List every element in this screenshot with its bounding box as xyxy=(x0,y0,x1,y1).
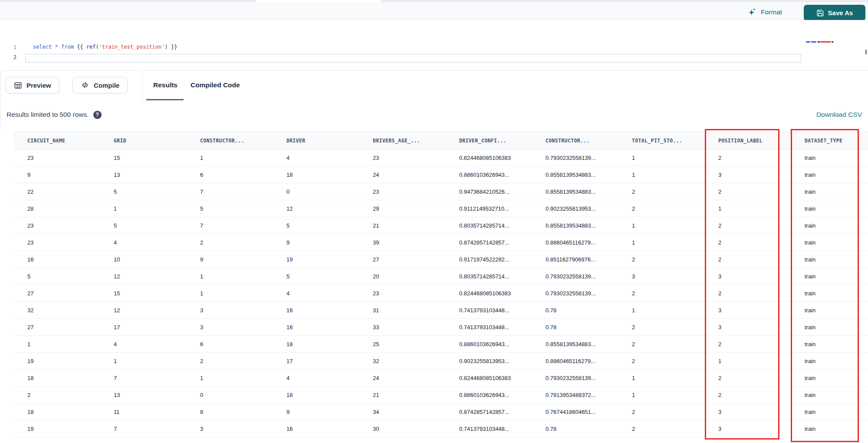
toolbar-divider xyxy=(142,71,143,101)
results-table: CIRCUIT_NAMEGRIDCONSTRUCTOR...DRIVERDRIV… xyxy=(13,132,868,437)
table-cell: 3 xyxy=(186,319,272,336)
table-cell: 3 xyxy=(704,268,790,285)
table-cell: 5 xyxy=(186,200,272,217)
table-cell: 13 xyxy=(99,166,186,183)
table-cell: train xyxy=(790,251,868,268)
sparkles-icon xyxy=(747,7,757,17)
table-cell: 24 xyxy=(358,370,445,387)
table-cell: train xyxy=(790,319,868,336)
table-cell: 32 xyxy=(13,302,99,319)
table-cell: 2 xyxy=(704,336,790,353)
table-cell: 12 xyxy=(99,268,186,285)
results-table-body: 231514230.8244680851063830.7930232558139… xyxy=(13,149,868,437)
table-cell: 0.8035714285714... xyxy=(445,268,531,285)
minimap-code-line xyxy=(806,41,833,43)
table-cell: 1 xyxy=(99,353,186,370)
table-cell: 1 xyxy=(186,285,272,302)
table-cell: 0.7413793103448... xyxy=(445,420,531,437)
table-cell: 5 xyxy=(99,183,186,200)
table-cell: 4 xyxy=(99,234,186,251)
table-cell: 0.7930232558139... xyxy=(531,149,618,166)
table-cell: 0.9112149532710... xyxy=(445,200,531,217)
table-cell: 2 xyxy=(704,285,790,302)
compile-button[interactable]: Compile xyxy=(72,77,128,93)
table-row: 197316300.7413793103448...0.7823train xyxy=(13,420,868,437)
save-as-button[interactable]: Save As xyxy=(804,5,865,21)
table-cell: 0.9171974522292... xyxy=(445,251,531,268)
table-cell: 18 xyxy=(272,336,358,353)
table-cell: 3 xyxy=(704,319,790,336)
table-cell: 2 xyxy=(186,353,272,370)
table-cell: 0.8558139534883... xyxy=(531,183,618,200)
table-cell: 2 xyxy=(618,183,704,200)
table-cell: 12 xyxy=(272,200,358,217)
sql-code-line-1[interactable]: select * from {{ ref('train_test_positio… xyxy=(33,44,177,50)
table-cell: 21 xyxy=(358,387,445,403)
line-number-2: 2 xyxy=(8,54,16,60)
table-cell: 23 xyxy=(13,217,99,234)
table-cell: 0.9473684210526... xyxy=(445,183,531,200)
code-brackets-icon xyxy=(81,81,89,89)
table-cell: 12 xyxy=(99,302,186,319)
table-row: 22570230.9473684210526...0.8558139534883… xyxy=(13,183,868,200)
format-button[interactable]: Format xyxy=(747,6,782,18)
table-cell: 22 xyxy=(13,183,99,200)
sql-keyword-select: select xyxy=(33,44,55,50)
table-cell: 0.7930232558139... xyxy=(531,268,618,285)
table-cell: 19 xyxy=(272,251,358,268)
table-cell: 0.7413793103448... xyxy=(445,319,531,336)
table-cell: 2 xyxy=(704,234,790,251)
floppy-disk-icon xyxy=(816,9,824,17)
table-cell: 3 xyxy=(704,420,790,437)
tab-results[interactable]: Results xyxy=(153,81,178,89)
table-cell: 2 xyxy=(618,200,704,217)
table-cell: train xyxy=(790,387,868,403)
dbt-ide-page: Format Save As 1 select * from {{ ref('t… xyxy=(0,0,868,443)
table-cell: 24 xyxy=(358,166,445,183)
column-header: DATASET_TYPE xyxy=(790,132,868,149)
table-cell: 0.9023255813953... xyxy=(531,200,618,217)
table-cell: train xyxy=(790,234,868,251)
table-cell: 21 xyxy=(358,217,445,234)
preview-button[interactable]: Preview xyxy=(6,77,59,93)
download-csv-link[interactable]: Download CSV xyxy=(816,111,862,119)
table-cell: 0.8558139534883... xyxy=(531,166,618,183)
table-cell: 16 xyxy=(272,420,358,437)
table-cell: 17 xyxy=(272,353,358,370)
sql-editor[interactable]: 1 select * from {{ ref('train_test_posit… xyxy=(0,20,868,70)
table-cell: 4 xyxy=(272,285,358,302)
table-cell: 15 xyxy=(99,149,186,166)
table-cell: 1 xyxy=(618,302,704,319)
table-cell: 1 xyxy=(99,200,186,217)
active-line-cursor-box[interactable] xyxy=(25,54,801,63)
tab-compiled-code[interactable]: Compiled Code xyxy=(191,81,240,89)
editor-scrollbar-thumb[interactable] xyxy=(865,50,867,54)
format-label: Format xyxy=(761,8,782,16)
table-cell: 1 xyxy=(618,387,704,403)
table-cell: train xyxy=(790,420,868,437)
table-cell: 0.8558139534883... xyxy=(531,217,618,234)
table-cell: 5 xyxy=(272,268,358,285)
column-header: POSITION_LABEL xyxy=(704,132,790,149)
table-cell: train xyxy=(790,336,868,353)
column-header: DRIVER xyxy=(272,132,358,149)
help-icon[interactable]: ? xyxy=(93,111,102,119)
table-cell: 0.8860465116279... xyxy=(531,353,618,370)
table-cell: 3 xyxy=(704,166,790,183)
table-cell: train xyxy=(790,149,868,166)
table-cell: 2 xyxy=(13,387,99,403)
table-cell: 1 xyxy=(186,268,272,285)
table-row: 231514230.8244680851063830.7930232558139… xyxy=(13,149,868,166)
table-cell: 9 xyxy=(272,234,358,251)
table-cell: 1 xyxy=(618,149,704,166)
table-cell: 2 xyxy=(704,217,790,234)
table-cell: 8 xyxy=(186,403,272,420)
table-row: 281512290.9112149532710...0.902325581395… xyxy=(13,200,868,217)
table-cell: 20 xyxy=(358,268,445,285)
table-cell: 0.824468085106383 xyxy=(445,149,531,166)
table-row: 23429390.8742857142857...0.8860465116279… xyxy=(13,234,868,251)
sql-keyword-from: from xyxy=(61,44,77,50)
ref-string-argument: 'train_test_position' xyxy=(99,44,165,50)
table-cell: 0.78 xyxy=(531,420,618,437)
table-cell: 23 xyxy=(13,234,99,251)
